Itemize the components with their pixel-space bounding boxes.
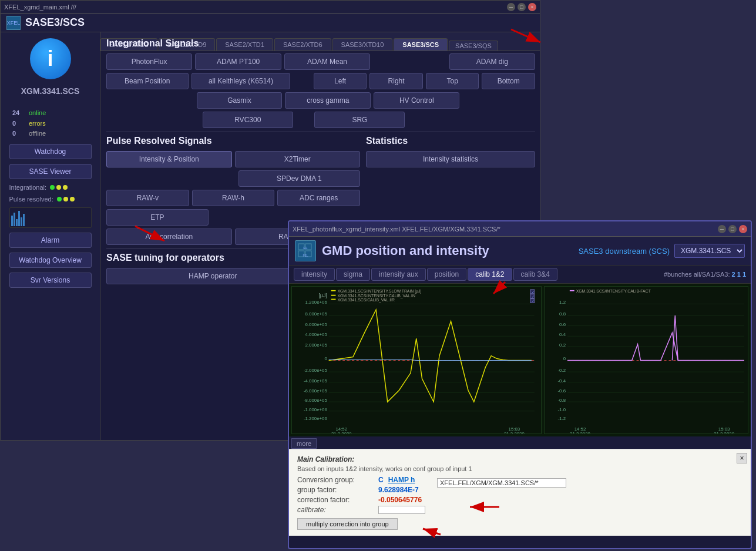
sase-viewer-button[interactable]: SASE Viewer — [9, 164, 92, 179]
chart-right-svg: 1.2 0.8 0.6 0.4 0.2 0 -0.2 -0.4 -0.6 -0.… — [545, 287, 748, 434]
calib-left-col: Conversion group: C HAMP h group factor:… — [297, 476, 425, 530]
more-row: more — [289, 436, 751, 449]
calib-close-button[interactable]: × — [737, 453, 747, 463]
right-button[interactable]: Right — [369, 73, 423, 89]
bottom-button[interactable]: Bottom — [482, 73, 535, 89]
cross-gamma-button[interactable]: cross gamma — [285, 92, 371, 109]
pulse-row2: SPDev DMA 1 — [106, 170, 360, 187]
keithleys-button[interactable]: all Keithleys (K6514) — [191, 73, 291, 89]
autocorrelation-button[interactable]: Autocorrelation — [106, 229, 232, 245]
gmd-title-bar: XFEL_photonflux_xgmd_intensity.xml XFEL.… — [289, 221, 751, 237]
svg-text:-0.2: -0.2 — [557, 368, 566, 373]
spdev-button[interactable]: SPDev DMA 1 — [238, 170, 360, 187]
svg-text:-0.8: -0.8 — [557, 398, 566, 403]
app-header: XFEL SASE3/SCS — [1, 14, 540, 32]
alarm-button[interactable]: Alarm — [9, 233, 92, 248]
integr-dots — [50, 185, 68, 190]
svg-text:1.200e+06: 1.200e+06 — [305, 300, 328, 305]
intensity-position-button[interactable]: Intensity & Position — [106, 151, 232, 167]
bunch-info: #bunches all/SA1/SA3: 2 1 1 — [664, 271, 746, 278]
integrational-section: Integrational Signals PhotonFlux ADAM PT… — [106, 38, 535, 128]
device-path-input[interactable] — [437, 478, 566, 488]
x2timer-button[interactable]: X2Timer — [235, 151, 361, 167]
stat-online-row: 24 online — [12, 108, 100, 119]
correction-label: correction factor: — [297, 496, 374, 504]
svg-text:XGM.3341.SCS/CALIB_VAL.IIR: XGM.3341.SCS/CALIB_VAL.IIR — [337, 298, 395, 303]
sidebar-stats: 24 online 0 errors 0 offline — [1, 108, 100, 139]
multiply-button[interactable]: multiply correction into group — [297, 518, 398, 530]
pulse-status-row: Pulse resolved: — [9, 196, 92, 203]
gmd-title-text: GMD position and intensity — [322, 243, 579, 258]
maximize-button[interactable]: □ — [518, 3, 526, 11]
photonflux-button[interactable]: PhotonFlux — [106, 53, 192, 70]
gmd-tab-intensity[interactable]: intensity — [294, 268, 335, 281]
gmd-window: XFEL_photonflux_xgmd_intensity.xml XFEL.… — [288, 220, 752, 549]
gmd-tab-calib34[interactable]: calib 3&4 — [513, 268, 557, 281]
left-button[interactable]: Left — [314, 73, 367, 89]
calibrate-input[interactable] — [378, 506, 425, 514]
gasmix-button[interactable]: Gasmix — [197, 92, 283, 109]
raw-v-button[interactable]: RAW-v — [106, 190, 189, 206]
bunch-all: 2 — [732, 271, 735, 278]
gmd-close-button[interactable]: × — [739, 225, 747, 233]
svg-text:-1.0: -1.0 — [557, 407, 566, 412]
online-count: 24 — [12, 108, 24, 119]
beam-position-button[interactable]: Beam Position — [106, 73, 189, 89]
conversion-link[interactable]: HAMP h — [388, 476, 415, 484]
svr-versions-button[interactable]: Svr Versions — [9, 273, 92, 288]
main-title-bar: XFEL_xgmd_main.xml /// ─ □ × — [1, 1, 540, 14]
intensity-stats-button[interactable]: Intensity statistics — [366, 151, 535, 167]
offline-count: 0 — [12, 129, 24, 139]
chart-right: 1.2 0.8 0.6 0.4 0.2 0 -0.2 -0.4 -0.6 -0.… — [544, 286, 749, 434]
pulse-dots — [57, 197, 75, 201]
integr-status-row: Integrational: — [9, 184, 92, 191]
svg-text:0.8: 0.8 — [559, 311, 566, 317]
svg-text:0.4: 0.4 — [559, 332, 566, 337]
gmd-device-dropdown[interactable]: XGM.3341.SCS — [674, 244, 745, 258]
adam-mean-button[interactable]: ADAM Mean — [284, 53, 370, 70]
gmd-logo: EL FEL — [295, 240, 316, 261]
svg-text:21.2.2020: 21.2.2020 — [714, 431, 734, 434]
gmd-minimize-button[interactable]: ─ — [718, 225, 726, 233]
close-button[interactable]: × — [528, 3, 536, 11]
dot-yellow-1 — [56, 185, 61, 190]
sidebar-logo: i — [30, 38, 71, 79]
sidebar-bars — [9, 207, 92, 228]
integrational-title: Integrational Signals — [106, 38, 535, 49]
online-label: online — [29, 108, 46, 119]
gmd-tab-position[interactable]: position — [427, 268, 466, 281]
svg-text:-2.000e+05: -2.000e+05 — [304, 368, 327, 373]
adc-ranges-button[interactable]: ADC ranges — [277, 190, 360, 206]
etp-button[interactable]: ETP — [106, 209, 209, 226]
calib-subtitle: Based on inputs 1&2 intensity, works on … — [297, 465, 742, 472]
rvc300-button[interactable]: RVC300 — [203, 112, 293, 128]
gmd-tab-calib12[interactable]: calib 1&2 — [468, 268, 512, 281]
gmd-window-title: XFEL_photonflux_xgmd_intensity.xml XFEL.… — [293, 226, 718, 233]
adam-dig-button[interactable]: ADAM dig — [449, 53, 535, 70]
top-button[interactable]: Top — [426, 73, 479, 89]
calib-group-factor-row: group factor: 9.628984E-7 — [297, 486, 425, 494]
adam-pt100-button[interactable]: ADAM PT100 — [195, 53, 281, 70]
watchdog-button[interactable]: Watchdog — [9, 144, 92, 159]
more-button[interactable]: more — [291, 438, 317, 449]
gmd-tab-sigma[interactable]: sigma — [336, 268, 370, 281]
stat-errors-row: 0 errors — [12, 119, 100, 129]
svg-text:XGM.3341.SCS/INTENSITY.CALIB-F: XGM.3341.SCS/INTENSITY.CALIB-FACT — [576, 289, 651, 293]
svg-text:-0.6: -0.6 — [557, 388, 566, 394]
integr-label: Integrational: — [9, 184, 47, 191]
svg-text:✓: ✓ — [532, 299, 535, 303]
raw-h-button[interactable]: RAW-h — [192, 190, 275, 206]
integ-row2: Beam Position all Keithleys (K6514) Left… — [106, 73, 535, 89]
hv-control-button[interactable]: HV Control — [374, 92, 459, 109]
errors-label: errors — [29, 119, 46, 129]
minimize-button[interactable]: ─ — [507, 3, 515, 11]
srg-button[interactable]: SRG — [314, 112, 405, 128]
integ-row1: PhotonFlux ADAM PT100 ADAM Mean ADAM dig — [106, 53, 535, 70]
gmd-maximize-button[interactable]: □ — [728, 225, 737, 233]
watchdog-overview-button[interactable]: Watchdog Overview — [9, 253, 92, 268]
svg-text:FEL: FEL — [303, 254, 308, 257]
svg-text:-1.200e+06: -1.200e+06 — [304, 416, 327, 421]
svg-text:21.2.2020: 21.2.2020 — [570, 431, 590, 434]
gmd-tab-intensity-aux[interactable]: intensity aux — [371, 268, 426, 281]
sidebar: i XGM.3341.SCS 24 online 0 errors 0 offl… — [1, 32, 100, 440]
